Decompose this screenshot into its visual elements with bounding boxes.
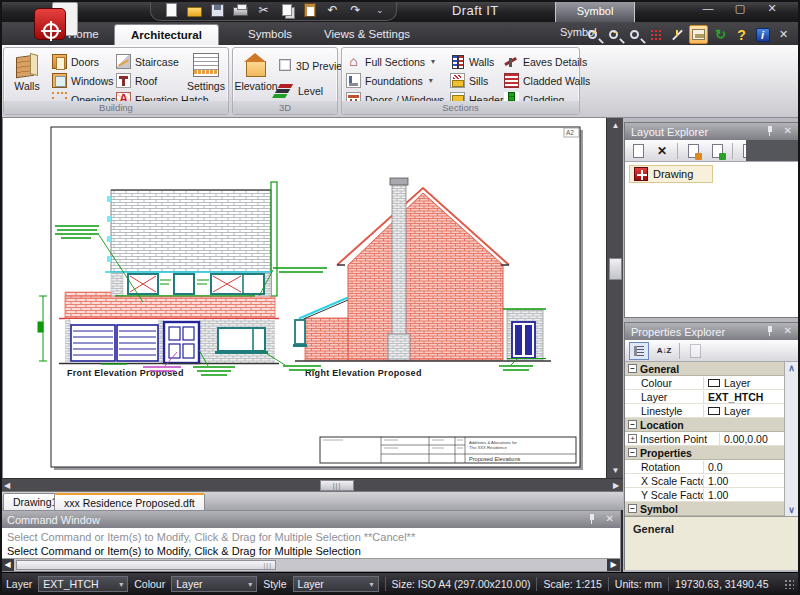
close-icon[interactable]: ✕	[784, 325, 792, 337]
sections-walls-button[interactable]: Walls	[450, 53, 494, 70]
open-icon	[187, 7, 202, 17]
zoom-out-button[interactable]: −	[605, 26, 622, 43]
import-layout-button[interactable]	[684, 142, 702, 160]
qat-customize-button[interactable]: ⌄	[376, 5, 384, 15]
scroll-right-icon[interactable]: ▶	[607, 559, 620, 571]
close-icon[interactable]: ✕	[784, 125, 792, 137]
help-button[interactable]: ?	[733, 26, 750, 43]
refresh-button[interactable]: ↻	[712, 26, 729, 43]
new-button[interactable]	[163, 2, 180, 18]
property-row-linestyle[interactable]: LinestyleLayer	[625, 404, 798, 418]
full-sections-button[interactable]: ⌂Full Sections▾	[346, 53, 435, 70]
staircase-button[interactable]: Staircase	[116, 53, 179, 70]
paste-button[interactable]	[301, 2, 318, 18]
zoom-pan-button[interactable]	[626, 26, 643, 43]
windows-button[interactable]: Windows	[52, 72, 114, 89]
colour-dropdown[interactable]: Layer▾	[171, 576, 257, 592]
horizontal-scroll-thumb[interactable]: |||	[320, 480, 354, 491]
cut-button[interactable]: ✂	[255, 2, 272, 18]
settings-button[interactable]: Settings	[184, 51, 228, 101]
cladded-walls-button[interactable]: Cladded Walls	[504, 72, 590, 89]
maximize-button[interactable]: ▢	[732, 2, 748, 15]
sketch-mode-icon	[692, 29, 705, 40]
copy-layout-button[interactable]	[739, 142, 757, 160]
tab-architectural[interactable]: Architectural	[114, 24, 219, 45]
ribbon-close-button[interactable]: ✕	[775, 26, 792, 43]
grid-button[interactable]	[647, 26, 664, 43]
property-row-insertion-point[interactable]: +Insertion Point0.00,0.00	[625, 432, 798, 446]
full-sections-icon: ⌂	[346, 54, 361, 69]
minimize-button[interactable]: —	[700, 2, 716, 15]
tab-symbols[interactable]: Symbols	[232, 24, 308, 45]
tab-views-settings[interactable]: Views & Settings	[308, 24, 426, 45]
category-row-symbol[interactable]: −Symbol	[625, 502, 798, 516]
collapse-icon[interactable]: −	[628, 364, 637, 373]
close-icon[interactable]: ✕	[606, 513, 614, 525]
eaves-details-button[interactable]: Eaves Details	[504, 53, 587, 70]
property-row-x-scale[interactable]: X Scale Factor1.00	[625, 474, 798, 488]
roof-button[interactable]: Roof	[116, 72, 157, 89]
property-row-layer[interactable]: LayerEXT_HTCH	[625, 390, 798, 404]
properties-scrollbar[interactable]: ∧ ∨	[784, 362, 798, 516]
walls-button[interactable]: Walls	[5, 51, 49, 101]
collapse-icon[interactable]: −	[628, 448, 637, 457]
scroll-left-icon[interactable]: ◀	[1, 559, 14, 571]
redo-button[interactable]: ↷	[347, 2, 364, 18]
right-annex	[503, 309, 546, 360]
copy-button[interactable]	[278, 2, 295, 18]
app-menu-button[interactable]	[34, 2, 78, 42]
sketch-mode-button[interactable]	[689, 25, 708, 44]
doors-button[interactable]: Doors	[52, 53, 99, 70]
info-icon: i	[756, 28, 770, 42]
document-tab-bar: Drawing1 xxx Residence Proposed.dft	[0, 491, 623, 510]
export-layout-button[interactable]	[708, 142, 726, 160]
drawing-canvas[interactable]: A2	[2, 118, 606, 478]
mode-tab-symbol[interactable]: Symbol	[555, 0, 635, 22]
expand-icon[interactable]: +	[628, 434, 637, 443]
collapse-icon[interactable]: −	[628, 504, 637, 513]
scroll-down-icon[interactable]: ▼	[607, 463, 624, 478]
undo-button[interactable]: ↶	[324, 2, 341, 18]
resize-grip[interactable]	[784, 579, 794, 589]
category-row-general[interactable]: −General	[625, 362, 798, 376]
3d-preview-toggle[interactable]: 3D Preview	[279, 57, 350, 74]
layout-item-drawing[interactable]: Drawing	[629, 165, 713, 183]
level-button[interactable]: Level	[279, 82, 323, 99]
property-row-y-scale[interactable]: Y Scale Factor1.00	[625, 488, 798, 502]
foundations-button[interactable]: Foundations▾	[346, 72, 433, 89]
zoom-in-button[interactable]: +	[584, 26, 601, 43]
delete-layout-button[interactable]: ✕	[653, 142, 671, 160]
doc-tab-residence[interactable]: xxx Residence Proposed.dft	[54, 493, 205, 511]
open-button[interactable]	[186, 2, 203, 18]
snap-button[interactable]	[668, 26, 685, 43]
canvas-vertical-scrollbar[interactable]: ▲ ▼	[606, 118, 623, 478]
canvas-horizontal-scrollbar[interactable]: ◀ ||| ▶	[0, 478, 623, 491]
new-layout-button[interactable]	[629, 142, 647, 160]
scroll-up-icon[interactable]: ∧	[785, 363, 798, 373]
pin-icon[interactable]	[766, 125, 774, 137]
scroll-up-icon[interactable]: ▲	[607, 118, 624, 133]
save-button[interactable]	[209, 2, 226, 18]
scroll-down-icon[interactable]: ∨	[785, 505, 798, 515]
style-dropdown[interactable]: Layer▾	[293, 576, 379, 592]
category-row-location[interactable]: −Location	[625, 418, 798, 432]
about-button[interactable]: i	[754, 26, 771, 43]
colour-label: Colour	[134, 578, 165, 590]
command-scroll-thumb[interactable]: |||	[16, 560, 276, 570]
property-row-rotation[interactable]: Rotation0.0	[625, 460, 798, 474]
command-window-title: Command Window	[7, 514, 100, 526]
sort-alphabetical-button[interactable]: A↓Z	[655, 342, 673, 360]
pin-icon[interactable]	[588, 513, 596, 525]
collapse-icon[interactable]: −	[628, 420, 637, 429]
category-row-properties[interactable]: −Properties	[625, 446, 798, 460]
layer-dropdown[interactable]: EXT_HTCH▾	[38, 576, 128, 592]
vertical-scroll-thumb[interactable]	[609, 258, 622, 280]
property-row-colour[interactable]: ColourLayer	[625, 376, 798, 390]
categorized-view-button[interactable]	[629, 342, 649, 360]
pin-icon[interactable]	[766, 325, 774, 337]
elevation-button[interactable]: Elevation	[234, 51, 278, 101]
close-button[interactable]: ✕	[764, 2, 780, 15]
print-button[interactable]	[232, 2, 249, 18]
command-scrollbar[interactable]: ◀ ||| ▶	[1, 558, 620, 571]
sills-button[interactable]: Sills	[450, 72, 488, 89]
